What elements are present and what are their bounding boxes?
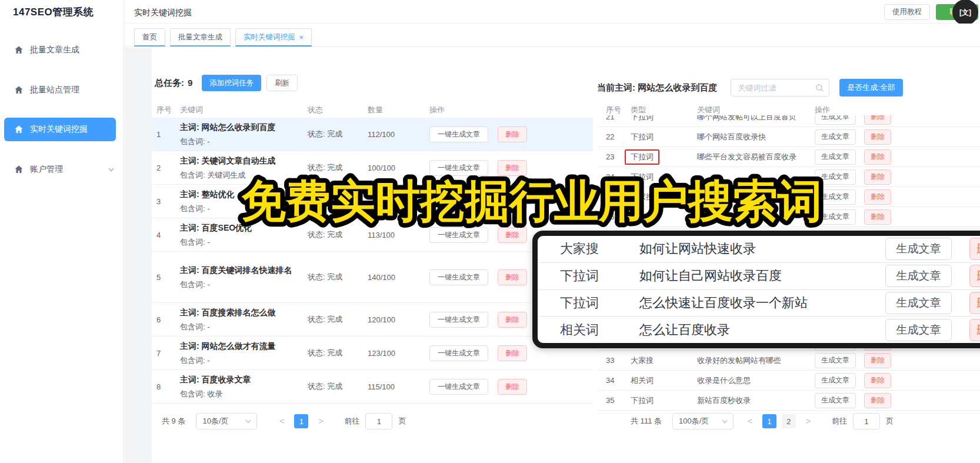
next-page-button[interactable]: >	[314, 414, 328, 428]
delete-task-button[interactable]: 删除	[498, 160, 527, 176]
delete-keyword-button[interactable]: 删除	[969, 319, 980, 341]
keyword-row[interactable]: 24 下拉词 生成文章删除	[597, 167, 980, 187]
keyword-row[interactable]: 33 大家搜 收录好的发帖网站有哪些 生成文章删除	[597, 351, 980, 371]
generate-article-button[interactable]: 生成文章	[815, 209, 856, 225]
delete-keyword-button[interactable]: 删除	[864, 393, 891, 408]
goto-page-input[interactable]	[365, 413, 392, 429]
generate-article-button[interactable]: 生成文章	[885, 319, 952, 341]
sidebar-item-keyword-mining[interactable]: 实时关键词挖掘	[4, 118, 116, 141]
task-table: 1 主词: 网站怎么收录到百度包含词: - 状态: 完成 112/100 一键生…	[152, 118, 593, 404]
delete-keyword-button[interactable]: 删除	[864, 209, 891, 225]
keyword-row[interactable]: 22 下拉词 哪个网站百度收录快 生成文章删除	[597, 127, 980, 147]
delete-task-button[interactable]: 删除	[498, 227, 527, 243]
delete-task-button[interactable]: 删除	[498, 345, 527, 361]
generate-all-button[interactable]: 是否生成:全部	[839, 79, 903, 96]
task-status: 状态: 完成	[308, 162, 368, 173]
sidebar-item-batch-site[interactable]: 批量站点管理	[0, 78, 124, 102]
tutorial-button[interactable]: 使用教程	[884, 4, 930, 20]
kw-text: 哪些平台发文容易被百度收录	[697, 152, 815, 162]
prev-page-button[interactable]: <	[275, 414, 289, 428]
generate-article-button[interactable]: 一键生成文章	[429, 312, 488, 328]
sidebar-item-label: 批量文章生成	[30, 45, 79, 55]
generate-article-button[interactable]: 一键生成文章	[429, 160, 488, 176]
generate-article-button[interactable]: 生成文章	[885, 292, 952, 314]
generate-article-button[interactable]: 生成文章	[885, 265, 952, 287]
generate-article-button[interactable]: 一键生成文章	[429, 227, 488, 243]
generate-article-button[interactable]: 生成文章	[815, 353, 856, 368]
task-status: 状态: 完成	[308, 272, 368, 282]
keyword-row[interactable]: 21 下拉词 哪个网站发帖可以上百度首页 生成文章删除	[597, 115, 980, 127]
page-size-select[interactable]: 100条/页	[672, 413, 734, 429]
prev-page-button[interactable]: <	[743, 414, 757, 428]
task-row[interactable]: 1 主词: 网站怎么收录到百度包含词: - 状态: 完成 112/100 一键生…	[152, 118, 593, 151]
generate-article-button[interactable]: 生成文章	[885, 238, 952, 260]
refresh-button[interactable]: 刷新	[266, 75, 298, 91]
col-status: 状态	[308, 105, 368, 115]
generate-article-button[interactable]: 一键生成文章	[429, 379, 488, 395]
delete-keyword-button[interactable]: 删除	[864, 169, 891, 185]
generate-article-button[interactable]: 一键生成文章	[429, 126, 488, 142]
task-status: 状态: 完成	[308, 314, 368, 325]
goto-page-input[interactable]	[853, 413, 880, 429]
task-row[interactable]: 2 主词: 关键词文章自动生成包含词: 关键词生成 状态: 完成 100/100…	[152, 151, 593, 185]
delete-task-button[interactable]: 删除	[498, 194, 527, 209]
generate-article-button[interactable]: 生成文章	[815, 129, 856, 145]
task-row[interactable]: 7 主词: 网站怎么做才有流量包含词: - 状态: 完成 123/100 一键生…	[152, 337, 593, 370]
keyword-row[interactable]: 25 大家搜 生成文章删除	[597, 187, 980, 207]
delete-task-button[interactable]: 删除	[498, 312, 527, 328]
generate-article-button[interactable]: 生成文章	[815, 189, 856, 205]
chevron-down-icon	[721, 418, 728, 425]
keyword-row[interactable]: 34 相关词 收录是什么意思 生成文章删除	[597, 371, 980, 391]
generate-article-button[interactable]: 生成文章	[815, 393, 856, 408]
page-number-1[interactable]: 1	[294, 414, 308, 428]
keyword-filter-input[interactable]	[731, 79, 829, 96]
add-task-button[interactable]: 添加挖词任务	[202, 75, 261, 91]
delete-task-button[interactable]: 删除	[498, 269, 527, 285]
goto-label: 前往	[832, 416, 847, 427]
kw-text: 哪个网站百度收录快	[697, 132, 815, 142]
task-seq: 8	[156, 382, 180, 391]
generate-article-button[interactable]: 一键生成文章	[429, 194, 488, 209]
page-number-1[interactable]: 1	[762, 414, 776, 428]
tab-close-icon[interactable]: ×	[299, 33, 304, 42]
kw-text: 收录好的发帖网站有哪些	[697, 355, 815, 366]
delete-keyword-button[interactable]: 删除	[969, 265, 980, 287]
generate-article-button[interactable]: 生成文章	[815, 149, 856, 165]
keyword-row[interactable]: 23 下拉词 哪些平台发文容易被百度收录 生成文章删除	[597, 147, 980, 167]
task-row[interactable]: 8 主词: 百度收录文章包含词: 收录 状态: 完成 115/100 一键生成文…	[152, 370, 593, 404]
sidebar-item-account[interactable]: 账户管理	[0, 158, 124, 181]
page-size-select[interactable]: 10条/页	[196, 413, 257, 429]
task-row[interactable]: 5 主词: 百度关键词排名快速排名包含词: - 状态: 完成 140/100 一…	[152, 252, 593, 303]
sidebar-item-label: 账户管理	[30, 164, 63, 175]
tab-label: 首页	[142, 32, 157, 42]
generate-article-button[interactable]: 生成文章	[815, 115, 856, 125]
delete-keyword-button[interactable]: 删除	[864, 149, 891, 165]
delete-keyword-button[interactable]: 删除	[864, 129, 891, 145]
task-row[interactable]: 3 主词: 整站优化包含词: - 一键生成文章删除	[152, 185, 593, 218]
delete-keyword-button[interactable]: 删除	[864, 189, 891, 205]
next-page-button[interactable]: >	[801, 414, 815, 428]
delete-keyword-button[interactable]: 删除	[864, 373, 891, 388]
kw-type: 下拉词	[631, 132, 697, 142]
keyword-row[interactable]: 35 下拉词 新站百度秒收录 生成文章删除	[597, 391, 980, 411]
task-seq: 7	[156, 349, 180, 358]
tab-home[interactable]: 首页	[134, 28, 165, 46]
tab-batch-article[interactable]: 批量文章生成	[170, 28, 231, 46]
keyword-row[interactable]: 26 下拉词 如何百度收录网站 生成文章删除	[597, 207, 980, 227]
delete-keyword-button[interactable]: 删除	[969, 292, 980, 314]
sidebar-item-batch-article[interactable]: 批量文章生成	[0, 38, 124, 62]
page-number-2[interactable]: 2	[782, 414, 796, 428]
task-row[interactable]: 4 主词: 百度SEO优化包含词: - 状态: 完成 113/100 一键生成文…	[152, 218, 593, 252]
delete-keyword-button[interactable]: 删除	[864, 353, 891, 368]
generate-article-button[interactable]: 一键生成文章	[429, 345, 488, 361]
delete-task-button[interactable]: 删除	[498, 126, 527, 142]
delete-keyword-button[interactable]: 删除	[864, 115, 891, 125]
generate-article-button[interactable]: 一键生成文章	[429, 269, 488, 285]
task-row[interactable]: 6 主词: 百度搜索排名怎么做包含词: - 状态: 完成 120/100 一键生…	[152, 303, 593, 337]
generate-article-button[interactable]: 生成文章	[815, 169, 856, 185]
kw-text: 如何让自己网站收录百度	[639, 267, 885, 285]
delete-keyword-button[interactable]: 删除	[969, 238, 980, 260]
generate-article-button[interactable]: 生成文章	[815, 373, 856, 388]
tab-keyword-mining[interactable]: 实时关键词挖掘 ×	[235, 28, 312, 46]
delete-task-button[interactable]: 删除	[498, 379, 527, 395]
